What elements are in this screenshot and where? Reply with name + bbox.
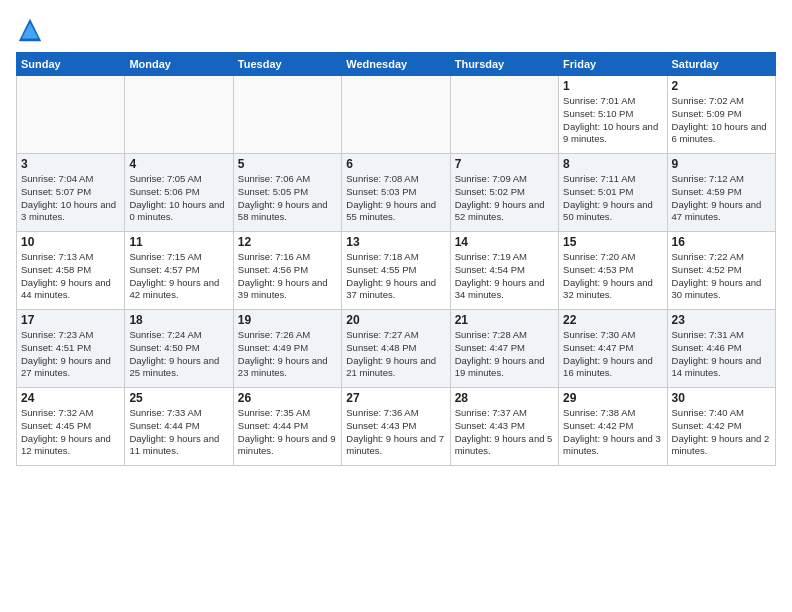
day-number: 25 — [129, 391, 228, 405]
calendar-week-0: 1Sunrise: 7:01 AMSunset: 5:10 PMDaylight… — [17, 76, 776, 154]
logo-icon — [16, 16, 44, 44]
day-info: Sunrise: 7:02 AMSunset: 5:09 PMDaylight:… — [672, 95, 771, 146]
day-info: Sunrise: 7:04 AMSunset: 5:07 PMDaylight:… — [21, 173, 120, 224]
day-info: Sunrise: 7:19 AMSunset: 4:54 PMDaylight:… — [455, 251, 554, 302]
day-info: Sunrise: 7:12 AMSunset: 4:59 PMDaylight:… — [672, 173, 771, 224]
day-info: Sunrise: 7:11 AMSunset: 5:01 PMDaylight:… — [563, 173, 662, 224]
day-info: Sunrise: 7:35 AMSunset: 4:44 PMDaylight:… — [238, 407, 337, 458]
day-info: Sunrise: 7:38 AMSunset: 4:42 PMDaylight:… — [563, 407, 662, 458]
calendar-week-1: 3Sunrise: 7:04 AMSunset: 5:07 PMDaylight… — [17, 154, 776, 232]
calendar-cell: 10Sunrise: 7:13 AMSunset: 4:58 PMDayligh… — [17, 232, 125, 310]
day-header-wednesday: Wednesday — [342, 53, 450, 76]
day-info: Sunrise: 7:05 AMSunset: 5:06 PMDaylight:… — [129, 173, 228, 224]
day-number: 13 — [346, 235, 445, 249]
day-info: Sunrise: 7:24 AMSunset: 4:50 PMDaylight:… — [129, 329, 228, 380]
day-number: 12 — [238, 235, 337, 249]
calendar-cell: 14Sunrise: 7:19 AMSunset: 4:54 PMDayligh… — [450, 232, 558, 310]
calendar-cell: 17Sunrise: 7:23 AMSunset: 4:51 PMDayligh… — [17, 310, 125, 388]
day-header-tuesday: Tuesday — [233, 53, 341, 76]
day-number: 30 — [672, 391, 771, 405]
calendar-cell: 3Sunrise: 7:04 AMSunset: 5:07 PMDaylight… — [17, 154, 125, 232]
page: SundayMondayTuesdayWednesdayThursdayFrid… — [0, 0, 792, 478]
calendar-cell: 9Sunrise: 7:12 AMSunset: 4:59 PMDaylight… — [667, 154, 775, 232]
day-number: 15 — [563, 235, 662, 249]
day-info: Sunrise: 7:18 AMSunset: 4:55 PMDaylight:… — [346, 251, 445, 302]
calendar-cell — [233, 76, 341, 154]
day-info: Sunrise: 7:40 AMSunset: 4:42 PMDaylight:… — [672, 407, 771, 458]
day-number: 16 — [672, 235, 771, 249]
day-info: Sunrise: 7:26 AMSunset: 4:49 PMDaylight:… — [238, 329, 337, 380]
day-number: 4 — [129, 157, 228, 171]
calendar-cell: 4Sunrise: 7:05 AMSunset: 5:06 PMDaylight… — [125, 154, 233, 232]
logo — [16, 16, 46, 44]
day-number: 28 — [455, 391, 554, 405]
day-number: 19 — [238, 313, 337, 327]
calendar-cell: 24Sunrise: 7:32 AMSunset: 4:45 PMDayligh… — [17, 388, 125, 466]
day-info: Sunrise: 7:30 AMSunset: 4:47 PMDaylight:… — [563, 329, 662, 380]
calendar-cell: 18Sunrise: 7:24 AMSunset: 4:50 PMDayligh… — [125, 310, 233, 388]
day-info: Sunrise: 7:28 AMSunset: 4:47 PMDaylight:… — [455, 329, 554, 380]
calendar-cell: 6Sunrise: 7:08 AMSunset: 5:03 PMDaylight… — [342, 154, 450, 232]
calendar-table: SundayMondayTuesdayWednesdayThursdayFrid… — [16, 52, 776, 466]
calendar-cell: 21Sunrise: 7:28 AMSunset: 4:47 PMDayligh… — [450, 310, 558, 388]
day-number: 29 — [563, 391, 662, 405]
day-number: 17 — [21, 313, 120, 327]
day-info: Sunrise: 7:27 AMSunset: 4:48 PMDaylight:… — [346, 329, 445, 380]
calendar-cell: 12Sunrise: 7:16 AMSunset: 4:56 PMDayligh… — [233, 232, 341, 310]
calendar-cell: 27Sunrise: 7:36 AMSunset: 4:43 PMDayligh… — [342, 388, 450, 466]
header — [16, 12, 776, 44]
calendar-cell: 22Sunrise: 7:30 AMSunset: 4:47 PMDayligh… — [559, 310, 667, 388]
calendar-header-row: SundayMondayTuesdayWednesdayThursdayFrid… — [17, 53, 776, 76]
day-number: 21 — [455, 313, 554, 327]
day-info: Sunrise: 7:06 AMSunset: 5:05 PMDaylight:… — [238, 173, 337, 224]
calendar-cell: 28Sunrise: 7:37 AMSunset: 4:43 PMDayligh… — [450, 388, 558, 466]
calendar-cell: 20Sunrise: 7:27 AMSunset: 4:48 PMDayligh… — [342, 310, 450, 388]
calendar-cell: 30Sunrise: 7:40 AMSunset: 4:42 PMDayligh… — [667, 388, 775, 466]
day-number: 2 — [672, 79, 771, 93]
day-info: Sunrise: 7:20 AMSunset: 4:53 PMDaylight:… — [563, 251, 662, 302]
calendar-cell: 2Sunrise: 7:02 AMSunset: 5:09 PMDaylight… — [667, 76, 775, 154]
calendar-cell: 25Sunrise: 7:33 AMSunset: 4:44 PMDayligh… — [125, 388, 233, 466]
calendar-cell: 7Sunrise: 7:09 AMSunset: 5:02 PMDaylight… — [450, 154, 558, 232]
day-header-monday: Monday — [125, 53, 233, 76]
day-info: Sunrise: 7:32 AMSunset: 4:45 PMDaylight:… — [21, 407, 120, 458]
day-number: 5 — [238, 157, 337, 171]
day-number: 18 — [129, 313, 228, 327]
day-info: Sunrise: 7:13 AMSunset: 4:58 PMDaylight:… — [21, 251, 120, 302]
day-number: 24 — [21, 391, 120, 405]
day-info: Sunrise: 7:37 AMSunset: 4:43 PMDaylight:… — [455, 407, 554, 458]
day-info: Sunrise: 7:08 AMSunset: 5:03 PMDaylight:… — [346, 173, 445, 224]
day-header-thursday: Thursday — [450, 53, 558, 76]
day-number: 14 — [455, 235, 554, 249]
day-number: 10 — [21, 235, 120, 249]
calendar-cell: 5Sunrise: 7:06 AMSunset: 5:05 PMDaylight… — [233, 154, 341, 232]
day-info: Sunrise: 7:16 AMSunset: 4:56 PMDaylight:… — [238, 251, 337, 302]
day-info: Sunrise: 7:36 AMSunset: 4:43 PMDaylight:… — [346, 407, 445, 458]
day-number: 3 — [21, 157, 120, 171]
day-number: 20 — [346, 313, 445, 327]
day-header-friday: Friday — [559, 53, 667, 76]
day-info: Sunrise: 7:15 AMSunset: 4:57 PMDaylight:… — [129, 251, 228, 302]
calendar-week-3: 17Sunrise: 7:23 AMSunset: 4:51 PMDayligh… — [17, 310, 776, 388]
calendar-cell — [17, 76, 125, 154]
day-number: 8 — [563, 157, 662, 171]
day-header-saturday: Saturday — [667, 53, 775, 76]
day-info: Sunrise: 7:33 AMSunset: 4:44 PMDaylight:… — [129, 407, 228, 458]
calendar-cell: 11Sunrise: 7:15 AMSunset: 4:57 PMDayligh… — [125, 232, 233, 310]
calendar-cell — [125, 76, 233, 154]
calendar-cell: 29Sunrise: 7:38 AMSunset: 4:42 PMDayligh… — [559, 388, 667, 466]
calendar-cell: 19Sunrise: 7:26 AMSunset: 4:49 PMDayligh… — [233, 310, 341, 388]
calendar-cell: 8Sunrise: 7:11 AMSunset: 5:01 PMDaylight… — [559, 154, 667, 232]
day-header-sunday: Sunday — [17, 53, 125, 76]
day-number: 1 — [563, 79, 662, 93]
day-number: 6 — [346, 157, 445, 171]
day-number: 22 — [563, 313, 662, 327]
day-info: Sunrise: 7:09 AMSunset: 5:02 PMDaylight:… — [455, 173, 554, 224]
day-info: Sunrise: 7:22 AMSunset: 4:52 PMDaylight:… — [672, 251, 771, 302]
day-info: Sunrise: 7:23 AMSunset: 4:51 PMDaylight:… — [21, 329, 120, 380]
day-number: 9 — [672, 157, 771, 171]
calendar-cell: 16Sunrise: 7:22 AMSunset: 4:52 PMDayligh… — [667, 232, 775, 310]
calendar-week-2: 10Sunrise: 7:13 AMSunset: 4:58 PMDayligh… — [17, 232, 776, 310]
calendar-header: SundayMondayTuesdayWednesdayThursdayFrid… — [17, 53, 776, 76]
day-number: 7 — [455, 157, 554, 171]
